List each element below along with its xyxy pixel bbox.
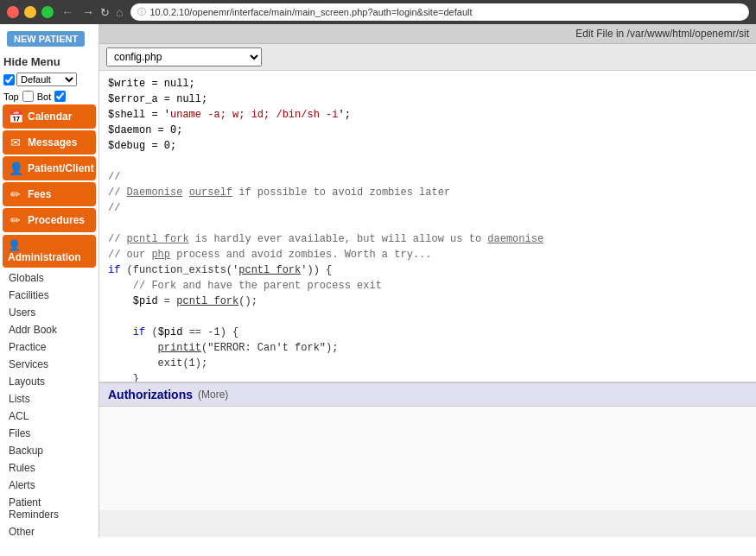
calendar-icon: 📅 [8,109,23,124]
editor-section: Edit File in /var/www/html/openemr/sit c… [99,24,756,382]
admin-label: Administration [8,251,81,263]
admin-sub-lists[interactable]: Lists [0,390,98,408]
nav-buttons: ← → ↻ ⌂ [59,5,125,19]
admin-sub-files[interactable]: Files [0,425,98,442]
home-button[interactable]: ⌂ [113,5,125,19]
admin-sub-rules[interactable]: Rules [0,459,98,477]
default-select-row: Default [3,73,95,86]
procedures-label: Procedures [28,214,85,226]
admin-sub-alerts[interactable]: Alerts [0,477,98,494]
minimize-btn[interactable] [24,6,36,18]
sidebar-item-fees[interactable]: ✏ Fees [3,182,96,206]
auth-section: Authorizations (More) [99,382,756,537]
browser-chrome: ← → ↻ ⌂ ⓘ 10.0.2.10/openemr/interface/ma… [0,0,756,24]
app-layout: NEW PATIENT Hide Menu Default Top Bot 📅 … [0,24,756,537]
hide-menu-button[interactable]: Hide Menu [0,54,98,70]
back-button[interactable]: ← [59,5,76,19]
auth-more[interactable]: (More) [198,389,228,401]
sidebar-item-patient[interactable]: 👤 Patient/Client [3,156,96,180]
admin-icon: 👤 [8,239,21,251]
address-bar[interactable]: ⓘ 10.0.2.10/openemr/interface/main/main_… [130,3,749,21]
patient-icon: 👤 [8,161,23,176]
admin-sub-users[interactable]: Users [0,304,98,321]
messages-icon: ✉ [8,135,23,150]
admin-sub-globals[interactable]: Globals [0,269,98,287]
code-editor[interactable]: $write = null; $error_a = null; $shell =… [99,71,756,382]
messages-label: Messages [28,136,77,148]
sidebar: NEW PATIENT Hide Menu Default Top Bot 📅 … [0,24,99,537]
bot-label: Bot [37,92,52,102]
auth-title: Authorizations [108,388,193,401]
forward-button[interactable]: → [79,5,97,19]
admin-sub-backup[interactable]: Backup [0,442,98,459]
url-text: 10.0.2.10/openemr/interface/main/main_sc… [149,7,472,17]
reload-button[interactable]: ↻ [100,6,110,19]
default-checkbox[interactable] [3,74,15,85]
top-bot-row: Top Bot [0,89,98,104]
admin-sub-acl[interactable]: ACL [0,408,98,425]
auth-header: Authorizations (More) [99,383,756,407]
auth-body [99,407,756,510]
fees-icon: ✏ [8,186,23,202]
top-checkbox[interactable] [22,91,34,102]
calendar-label: Calendar [28,111,72,123]
admin-section-header[interactable]: 👤 Administration [3,235,96,268]
fees-label: Fees [28,188,51,200]
editor-toolbar: config.php [99,44,756,71]
lock-icon: ⓘ [137,6,146,18]
admin-sub-facilities[interactable]: Facilities [0,287,98,304]
patient-label: Patient/Client [28,162,94,174]
procedures-icon: ✏ [8,212,23,228]
editor-header-text: Edit File in /var/www/html/openemr/sit [575,28,749,40]
admin-sub-layouts[interactable]: Layouts [0,373,98,390]
admin-sub-patient-reminders[interactable]: Patient Reminders [0,494,98,523]
admin-sub-addrbook[interactable]: Addr Book [0,321,98,338]
close-btn[interactable] [7,6,19,18]
bot-checkbox[interactable] [54,91,66,102]
maximize-btn[interactable] [41,6,54,18]
top-label: Top [3,92,19,102]
default-dropdown[interactable]: Default [16,73,77,86]
new-patient-button[interactable]: NEW PATIENT [7,31,85,47]
sidebar-item-messages[interactable]: ✉ Messages [3,130,96,155]
file-select-dropdown[interactable]: config.php [106,47,262,66]
admin-sub-services[interactable]: Services [0,356,98,373]
main-content: Edit File in /var/www/html/openemr/sit c… [99,24,756,537]
editor-header: Edit File in /var/www/html/openemr/sit [99,24,756,44]
admin-sub-other[interactable]: Other [0,523,98,537]
sidebar-item-procedures[interactable]: ✏ Procedures [3,208,96,232]
admin-sub-practice[interactable]: Practice [0,338,98,356]
sidebar-item-calendar[interactable]: 📅 Calendar [3,104,96,129]
